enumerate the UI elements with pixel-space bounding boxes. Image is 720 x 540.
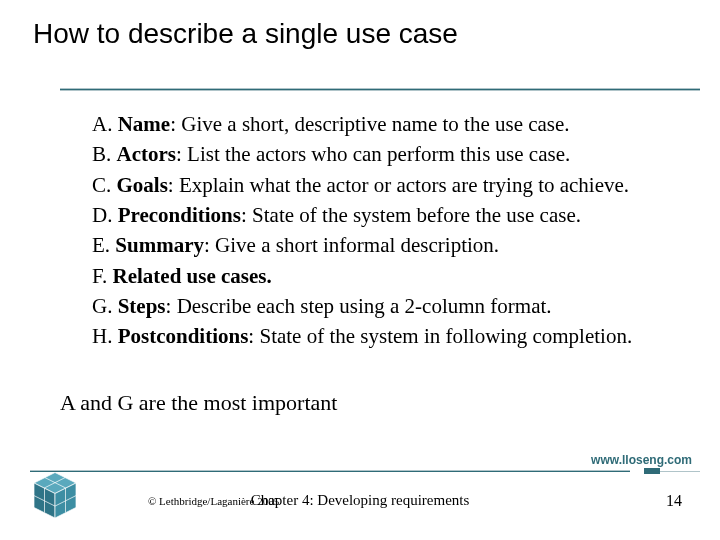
- item-prefix: C.: [92, 173, 117, 197]
- item-label: Steps: [118, 294, 166, 318]
- item-prefix: A.: [92, 112, 118, 136]
- item-desc: Give a short informal description.: [215, 233, 499, 257]
- item-label: Goals: [117, 173, 168, 197]
- item-prefix: B.: [92, 142, 117, 166]
- item-prefix: H.: [92, 324, 118, 348]
- footer-rule: [30, 470, 700, 473]
- item-sep: :: [168, 173, 179, 197]
- list-item: C. Goals: Explain what the actor or acto…: [92, 171, 712, 199]
- item-sep: :: [241, 203, 252, 227]
- item-sep: :: [170, 112, 181, 136]
- item-label: Summary: [115, 233, 204, 257]
- item-label: Preconditions: [118, 203, 241, 227]
- slide: How to describe a single use case A. Nam…: [0, 0, 720, 540]
- item-sep: :: [204, 233, 215, 257]
- item-prefix: F.: [92, 264, 113, 288]
- list-item: H. Postconditions: State of the system i…: [92, 322, 712, 350]
- title-rule: [60, 88, 700, 92]
- list-item: G. Steps: Describe each step using a 2-c…: [92, 292, 712, 320]
- item-desc: Describe each step using a 2-column form…: [177, 294, 552, 318]
- list-item: D. Preconditions: State of the system be…: [92, 201, 712, 229]
- list-item: B. Actors: List the actors who can perfo…: [92, 140, 712, 168]
- list-item: E. Summary: Give a short informal descri…: [92, 231, 712, 259]
- page-number: 14: [666, 492, 682, 510]
- item-desc: State of the system before the use case.: [252, 203, 581, 227]
- list-item: A. Name: Give a short, descriptive name …: [92, 110, 712, 138]
- emphasis-note: A and G are the most important: [60, 390, 337, 416]
- item-label: Actors: [117, 142, 176, 166]
- item-desc: Give a short, descriptive name to the us…: [181, 112, 569, 136]
- slide-footer: Chapter 4: Developing requirements © Let…: [0, 495, 720, 525]
- item-prefix: E.: [92, 233, 115, 257]
- item-desc: State of the system in following complet…: [259, 324, 632, 348]
- item-desc: List the actors who can perform this use…: [187, 142, 570, 166]
- item-label: Related use cases.: [113, 264, 272, 288]
- item-sep: :: [248, 324, 259, 348]
- item-prefix: G.: [92, 294, 118, 318]
- site-url: www.lloseng.com: [591, 453, 692, 467]
- item-sep: :: [166, 294, 177, 318]
- slide-title: How to describe a single use case: [33, 18, 458, 50]
- item-label: Postconditions: [118, 324, 249, 348]
- item-prefix: D.: [92, 203, 118, 227]
- item-sep: :: [176, 142, 187, 166]
- body-list: A. Name: Give a short, descriptive name …: [92, 110, 712, 353]
- item-desc: Explain what the actor or actors are try…: [179, 173, 629, 197]
- item-label: Name: [118, 112, 170, 136]
- chapter-label: Chapter 4: Developing requirements: [0, 492, 720, 509]
- copyright-label: © Lethbridge/Laganière 2005: [148, 495, 279, 507]
- list-item: F. Related use cases.: [92, 262, 712, 290]
